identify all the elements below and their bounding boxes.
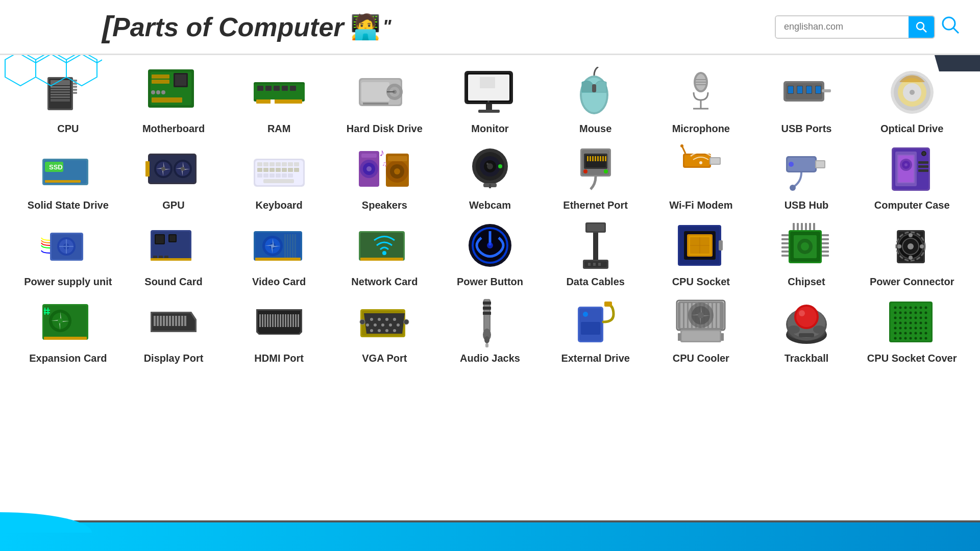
svg-rect-43 — [271, 99, 275, 106]
item-hdmi-port[interactable]: HDMI Port — [226, 290, 332, 366]
svg-rect-24 — [73, 92, 77, 94]
search-button[interactable] — [909, 16, 934, 38]
svg-point-215 — [382, 251, 386, 255]
usb-hub-icon — [773, 141, 840, 197]
svg-point-312 — [370, 318, 373, 321]
svg-rect-102 — [263, 162, 268, 166]
item-ssd[interactable]: SSD Solid State Drive — [15, 137, 121, 213]
header-left: [ Parts of Computer 🧑‍💻 " — [20, 9, 391, 44]
hdd-label: Hard Disk Drive — [347, 122, 423, 135]
item-expansion-card[interactable]: Expansion Card — [15, 290, 121, 366]
page-title: Parts of Computer — [112, 12, 344, 42]
svg-rect-252 — [822, 251, 829, 253]
svg-line-8 — [923, 29, 927, 32]
item-monitor[interactable]: Monitor — [437, 60, 543, 137]
svg-rect-224 — [593, 233, 598, 261]
svg-point-411 — [919, 332, 922, 335]
header: [ Parts of Computer 🧑‍💻 " — [0, 0, 980, 55]
usb-ports-icon — [773, 64, 840, 120]
svg-point-32 — [156, 90, 160, 94]
svg-rect-211 — [295, 234, 296, 258]
hdmi-port-label: HDMI Port — [254, 352, 304, 364]
svg-point-324 — [393, 329, 396, 332]
item-psu[interactable]: Power supply unit — [15, 213, 121, 290]
svg-point-31 — [151, 90, 155, 94]
svg-rect-249 — [822, 238, 829, 240]
item-audio-jacks[interactable]: Audio Jacks — [437, 290, 543, 366]
optical-drive-label: Optical Drive — [880, 122, 943, 135]
svg-point-130 — [394, 168, 400, 174]
item-usb-ports[interactable]: USB Ports — [754, 60, 860, 137]
search-box[interactable] — [775, 15, 935, 39]
svg-rect-77 — [806, 86, 812, 93]
svg-rect-197 — [169, 235, 176, 241]
svg-rect-242 — [781, 234, 789, 236]
svg-rect-107 — [294, 162, 299, 166]
item-hdd[interactable]: Hard Disk Drive — [332, 60, 437, 137]
svg-rect-339 — [581, 322, 600, 335]
speakers-label: Speakers — [362, 199, 407, 211]
svg-point-9 — [943, 17, 955, 30]
item-power-connector[interactable]: Power Connector — [859, 213, 965, 290]
item-cpu-socket[interactable]: CPU Socket — [648, 213, 754, 290]
svg-text:♫: ♫ — [382, 160, 387, 168]
svg-rect-19 — [51, 99, 70, 102]
svg-rect-75 — [788, 86, 793, 93]
item-speakers[interactable]: ♪ ♫ Speakers — [332, 137, 437, 213]
svg-point-314 — [385, 318, 388, 321]
svg-point-373 — [904, 307, 906, 309]
cpu-cooler-icon — [668, 294, 734, 350]
item-vga-port[interactable]: VGA Port — [332, 290, 437, 366]
item-power-button[interactable]: Power Button — [437, 213, 543, 290]
svg-rect-41 — [290, 86, 296, 91]
svg-rect-304 — [285, 314, 286, 327]
item-mouse[interactable]: Mouse — [543, 60, 648, 137]
svg-point-262 — [801, 242, 809, 251]
svg-rect-181 — [918, 165, 928, 168]
item-network-card[interactable]: Network Card — [332, 213, 437, 290]
search-icon-right[interactable] — [941, 16, 960, 38]
svg-rect-150 — [595, 156, 596, 161]
item-motherboard[interactable]: Motherboard — [121, 60, 227, 137]
item-data-cables[interactable]: Data Cables — [543, 213, 648, 290]
svg-rect-254 — [793, 223, 795, 230]
item-computer-case[interactable]: Computer Case — [859, 137, 965, 213]
svg-rect-297 — [267, 314, 268, 327]
search-input[interactable] — [776, 16, 909, 37]
svg-point-419 — [924, 337, 927, 340]
cpu-socket-icon — [668, 217, 734, 273]
svg-rect-180 — [918, 161, 928, 164]
item-microphone[interactable]: Microphone — [648, 60, 754, 137]
title-person-icon: 🧑‍💻 — [350, 13, 381, 41]
svg-point-338 — [583, 312, 588, 317]
svg-rect-299 — [272, 314, 274, 327]
footer-wave — [0, 512, 153, 533]
item-trackball[interactable]: Trackball — [754, 290, 860, 366]
item-usb-hub[interactable]: USB Hub — [754, 137, 860, 213]
item-keyboard[interactable]: Keyboard — [226, 137, 332, 213]
item-webcam[interactable]: Webcam — [437, 137, 543, 213]
svg-rect-78 — [816, 86, 821, 93]
item-cpu-socket-cover[interactable]: CPU Socket Cover — [859, 290, 965, 366]
item-ram[interactable]: RAM — [226, 60, 332, 137]
item-chipset[interactable]: Chipset — [754, 213, 860, 290]
item-gpu[interactable]: GPU — [121, 137, 227, 213]
item-display-port[interactable]: Display Port — [121, 290, 227, 366]
svg-rect-292 — [181, 316, 183, 326]
item-optical-drive[interactable]: Optical Drive — [859, 60, 965, 137]
item-ethernet[interactable]: Ethernet Port — [543, 137, 648, 213]
chipset-icon — [773, 217, 840, 273]
item-video-card[interactable]: Video Card — [226, 213, 332, 290]
item-external-drive[interactable]: External Drive — [543, 290, 648, 366]
ethernet-icon — [562, 141, 629, 197]
svg-rect-250 — [822, 242, 829, 244]
svg-point-156 — [604, 169, 608, 173]
svg-point-398 — [924, 322, 927, 324]
item-sound-card[interactable]: Sound Card — [121, 213, 227, 290]
item-cpu-cooler[interactable]: CPU Cooler — [648, 290, 754, 366]
svg-point-404 — [919, 327, 922, 330]
svg-rect-28 — [152, 80, 169, 84]
svg-rect-243 — [781, 238, 789, 240]
svg-rect-342 — [684, 303, 687, 328]
item-wifi-modem[interactable]: Wi-Fi Modem — [648, 137, 754, 213]
